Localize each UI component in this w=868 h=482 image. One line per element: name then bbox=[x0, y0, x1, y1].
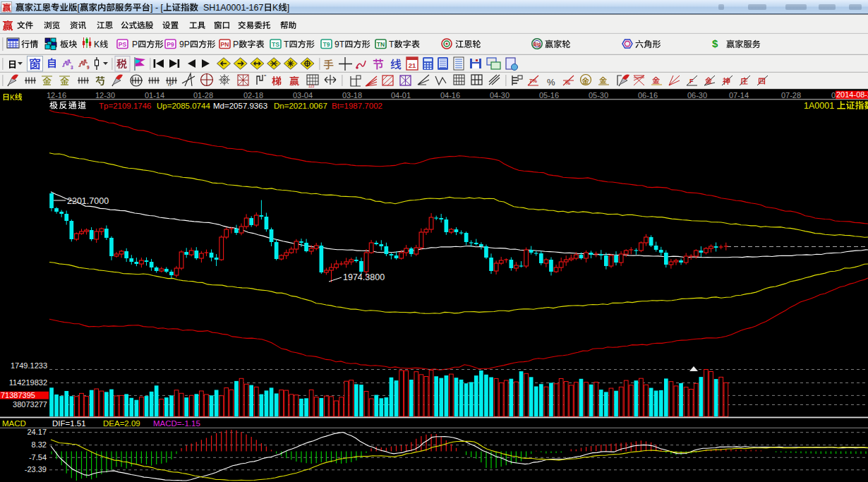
svg-text:P: P bbox=[233, 40, 239, 49]
svg-text:Tp=2109.1746: Tp=2109.1746 bbox=[99, 102, 152, 110]
svg-text:n²: n² bbox=[168, 81, 173, 88]
svg-text:9T: 9T bbox=[334, 40, 345, 49]
svg-text:1749.1233: 1749.1233 bbox=[11, 361, 47, 370]
svg-text:PN: PN bbox=[221, 41, 229, 48]
svg-text:Md=2057.9363: Md=2057.9363 bbox=[213, 102, 267, 110]
svg-text:07-14: 07-14 bbox=[729, 91, 749, 100]
svg-text:Big: Big bbox=[534, 42, 541, 47]
svg-text:02-18: 02-18 bbox=[243, 91, 263, 100]
svg-text:04-01: 04-01 bbox=[391, 91, 411, 100]
svg-text:12-30: 12-30 bbox=[95, 91, 115, 100]
svg-text:%: % bbox=[565, 80, 570, 86]
svg-text:12-16: 12-16 bbox=[47, 91, 66, 100]
svg-text:] - [: ] - [ bbox=[150, 3, 164, 13]
svg-text:9: 9 bbox=[87, 65, 90, 70]
svg-text:05-16: 05-16 bbox=[539, 91, 559, 100]
svg-text:06-30: 06-30 bbox=[687, 91, 707, 100]
svg-text:1974.3800: 1974.3800 bbox=[343, 272, 385, 282]
svg-text:-7.54: -7.54 bbox=[29, 453, 47, 462]
svg-text:03-18: 03-18 bbox=[342, 91, 362, 100]
svg-text:MACD: MACD bbox=[2, 419, 26, 428]
svg-text:Bt=1987.7002: Bt=1987.7002 bbox=[332, 102, 382, 110]
svg-text:T: T bbox=[389, 40, 394, 49]
svg-text:8.32: 8.32 bbox=[32, 440, 47, 449]
svg-text:123: 123 bbox=[308, 84, 315, 88]
svg-text:0: 0 bbox=[831, 91, 836, 100]
svg-text:04-16: 04-16 bbox=[440, 91, 460, 100]
svg-text:-23.39: -23.39 bbox=[25, 465, 47, 474]
svg-text:2201.7000: 2201.7000 bbox=[67, 196, 109, 206]
svg-text:TN: TN bbox=[377, 41, 385, 48]
svg-text:K: K bbox=[10, 94, 15, 102]
svg-text:01-28: 01-28 bbox=[193, 91, 213, 100]
svg-text:114219832: 114219832 bbox=[9, 378, 47, 387]
svg-text:PS: PS bbox=[119, 41, 127, 48]
svg-text:K: K bbox=[94, 40, 100, 49]
svg-text:]: ] bbox=[287, 3, 289, 13]
svg-text:7%: 7% bbox=[529, 78, 537, 84]
svg-text:38073277: 38073277 bbox=[13, 400, 47, 409]
svg-text:F: F bbox=[689, 78, 694, 85]
svg-text:04-30: 04-30 bbox=[490, 91, 510, 100]
svg-text:MACD=-1.15: MACD=-1.15 bbox=[153, 419, 200, 428]
svg-text:06-16: 06-16 bbox=[638, 91, 658, 100]
svg-text:DEA=2.09: DEA=2.09 bbox=[103, 419, 140, 428]
svg-text:9P: 9P bbox=[179, 40, 190, 49]
svg-text:07-28: 07-28 bbox=[781, 91, 801, 100]
svg-text:$: $ bbox=[712, 37, 718, 49]
svg-text:03-04: 03-04 bbox=[293, 91, 313, 100]
svg-text:01-14: 01-14 bbox=[145, 91, 164, 100]
svg-text:": " bbox=[264, 73, 266, 80]
svg-text:K: K bbox=[272, 3, 279, 13]
svg-text:21: 21 bbox=[409, 61, 416, 69]
svg-text:71387395: 71387395 bbox=[1, 391, 35, 399]
svg-text:2014-08-2: 2014-08-2 bbox=[836, 90, 868, 99]
svg-text:05-30: 05-30 bbox=[589, 91, 608, 100]
svg-text:3: 3 bbox=[71, 65, 73, 70]
svg-text:T: T bbox=[284, 40, 289, 49]
svg-text:24.17: 24.17 bbox=[27, 428, 47, 436]
svg-text:1A0001: 1A0001 bbox=[804, 101, 837, 111]
svg-text:P9: P9 bbox=[167, 41, 174, 48]
svg-text:T9: T9 bbox=[323, 41, 330, 48]
svg-text:Dn=2021.0067: Dn=2021.0067 bbox=[274, 102, 327, 110]
svg-text:TS: TS bbox=[272, 41, 279, 48]
svg-text:[: [ bbox=[78, 3, 80, 13]
svg-text:P: P bbox=[132, 40, 138, 49]
svg-text:SH1A0001-167: SH1A0001-167 bbox=[198, 3, 263, 13]
svg-text:%: % bbox=[547, 77, 555, 88]
svg-text:DIF=1.51: DIF=1.51 bbox=[52, 419, 86, 428]
svg-text:Up=2085.0744: Up=2085.0744 bbox=[157, 102, 210, 110]
